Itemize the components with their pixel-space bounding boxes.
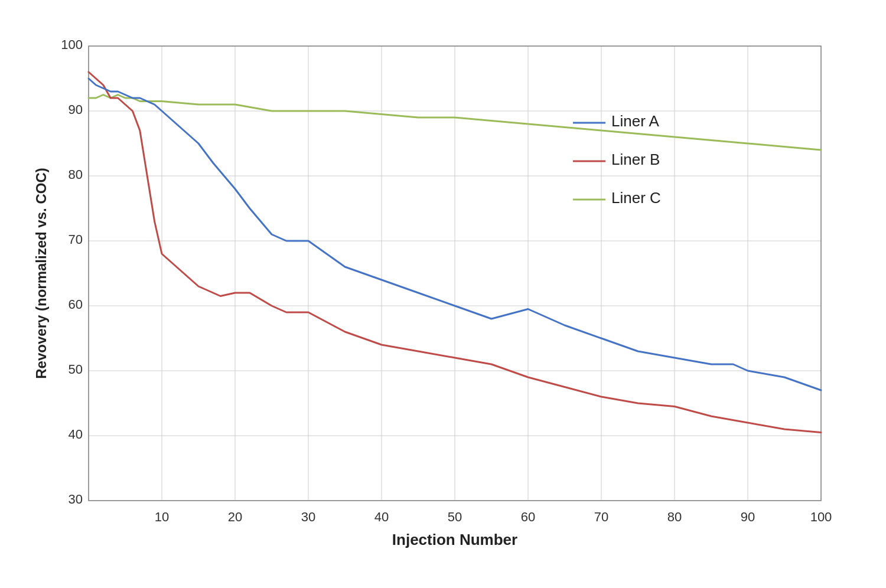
svg-text:100: 100: [810, 509, 832, 524]
svg-text:100: 100: [61, 37, 83, 52]
svg-text:50: 50: [448, 509, 462, 524]
svg-text:70: 70: [594, 509, 608, 524]
svg-text:80: 80: [667, 509, 682, 524]
svg-text:Injection Number: Injection Number: [392, 531, 517, 548]
svg-text:30: 30: [69, 492, 83, 507]
svg-text:Revovery (normalized vs. COC): Revovery (normalized vs. COC): [33, 168, 49, 378]
svg-text:20: 20: [228, 509, 242, 524]
svg-text:50: 50: [69, 362, 83, 377]
svg-text:80: 80: [69, 167, 83, 182]
svg-text:Liner A: Liner A: [611, 112, 660, 130]
svg-text:60: 60: [69, 297, 83, 312]
svg-text:40: 40: [374, 509, 389, 524]
chart-container: 30405060708090100102030405060708090100Re…: [30, 28, 856, 560]
svg-text:70: 70: [69, 232, 83, 247]
svg-text:60: 60: [521, 509, 535, 524]
svg-text:30: 30: [301, 509, 315, 524]
svg-text:Liner C: Liner C: [611, 189, 661, 207]
svg-text:40: 40: [69, 427, 83, 442]
svg-text:90: 90: [741, 509, 755, 524]
svg-text:Liner B: Liner B: [611, 151, 660, 168]
svg-text:90: 90: [69, 102, 83, 117]
svg-text:10: 10: [155, 509, 169, 524]
